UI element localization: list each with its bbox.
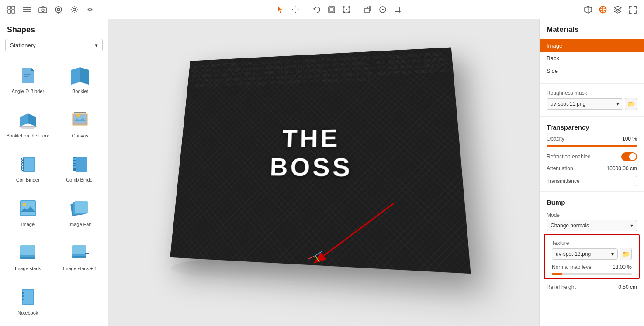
bump-texture-folder-btn[interactable]: 📁: [620, 248, 632, 260]
relief-height-row: Relief height 0.50 cm: [540, 282, 644, 292]
canvas-label: Canvas: [72, 133, 88, 139]
bump-title: Bump: [540, 194, 644, 209]
roughness-mask-value: uv-spot-11.png: [551, 101, 585, 107]
canvas-icon: [69, 108, 91, 131]
svg-rect-53: [76, 114, 80, 117]
normal-map-slider[interactable]: [552, 273, 632, 275]
svg-rect-2: [8, 10, 11, 13]
opacity-slider[interactable]: [547, 145, 637, 147]
shape-comb-binder[interactable]: Comb Binder: [54, 147, 107, 192]
svg-rect-42: [24, 74, 31, 75]
attenuation-row: Attenuation 10000.00 cm: [540, 163, 644, 174]
bump-mode-select[interactable]: Change normals ▾: [547, 220, 637, 231]
sun-icon[interactable]: [84, 3, 96, 16]
bump-highlight-box: Texture uv-spot-13.png ▾ 📁 Normal map le…: [544, 234, 640, 279]
shape-coil-binder[interactable]: Coil Binder: [2, 147, 54, 192]
normal-map-fill: [552, 273, 562, 275]
settings-icon[interactable]: [68, 3, 80, 16]
canvas-area[interactable]: GET WELL NEVER GET WELL NEVER GET WELL N…: [108, 19, 539, 326]
grid-icon[interactable]: [5, 3, 17, 16]
shape-image-fan[interactable]: Image Fan: [54, 192, 107, 236]
svg-rect-21: [329, 7, 335, 13]
opacity-row: Opacity 100 %: [540, 134, 644, 144]
tab-image[interactable]: Image: [540, 39, 644, 52]
panel-title: Shapes: [0, 19, 108, 39]
svg-point-35: [382, 9, 384, 10]
shapes-dropdown[interactable]: Stationery ▾: [5, 39, 103, 51]
relief-height-label: Relief height: [547, 284, 576, 290]
svg-rect-41: [24, 72, 31, 72]
coil-binder-label: Coil Binder: [16, 177, 40, 183]
svg-point-69: [23, 203, 26, 206]
target-icon[interactable]: [52, 3, 65, 16]
canvas-content: GET WELL NEVER GET WELL NEVER GET WELL N…: [158, 38, 490, 308]
normal-map-level-value: 13.00 %: [613, 264, 632, 270]
sphere-icon[interactable]: [597, 3, 609, 16]
crop-icon[interactable]: [391, 3, 404, 16]
shape-angle-d-binder[interactable]: Angle-D Binder: [2, 58, 54, 103]
image-stack-icon: [17, 241, 39, 264]
extrude-icon[interactable]: [362, 3, 374, 16]
booklet-label: Booklet: [72, 88, 88, 94]
image-stack-plus-1-label: Image stack + 1: [63, 265, 97, 271]
layers-icon[interactable]: [612, 3, 624, 16]
attenuation-value: 10000.00 cm: [607, 165, 637, 172]
center-toolbar: [100, 3, 578, 16]
cursor-icon[interactable]: [274, 3, 287, 16]
svg-rect-46: [19, 126, 37, 127]
shape-booklet-floor[interactable]: Booklet on the Floor: [2, 103, 54, 148]
camera-icon[interactable]: [37, 3, 49, 16]
shape-image-stack-plus-1[interactable]: Image stack + 1: [54, 236, 107, 280]
opacity-fill: [547, 145, 637, 147]
right-panel: Materials Image Back Side Roughness mask…: [539, 19, 644, 326]
frame-icon[interactable]: [325, 3, 338, 16]
divider-3: [540, 191, 644, 192]
refraction-label: Refraction enabled: [547, 154, 591, 160]
image-stack-label: Image stack: [15, 265, 41, 271]
bump-mode-section: Mode Change normals ▾: [540, 209, 644, 231]
shape-notebook[interactable]: Notebook: [2, 280, 54, 325]
svg-rect-68: [21, 201, 35, 215]
normal-map-level-row: Normal map level 13.00 %: [545, 262, 639, 272]
cube-icon[interactable]: [582, 3, 594, 16]
circle-dot-icon[interactable]: [377, 3, 389, 16]
dropdown-value: Stationery: [10, 42, 36, 48]
comb-binder-icon: [69, 152, 91, 175]
shape-image-stack[interactable]: Image stack: [2, 236, 54, 280]
normal-map-level-label: Normal map level: [552, 264, 592, 270]
roughness-mask-select[interactable]: uv-spot-11.png ▾: [547, 98, 623, 110]
transparency-title: Transparency: [540, 119, 644, 134]
angle-d-binder-label: Angle-D Binder: [11, 88, 44, 94]
undo-icon[interactable]: [311, 3, 323, 16]
shape-canvas[interactable]: Canvas: [54, 103, 107, 148]
nodes-icon[interactable]: [340, 3, 353, 16]
left-panel: Shapes Stationery ▾ Angle-D Binder Bookl…: [0, 19, 108, 326]
svg-rect-3: [12, 10, 15, 13]
svg-rect-0: [8, 6, 11, 9]
bump-texture-select[interactable]: uv-spot-13.png ▾: [552, 248, 618, 260]
tab-back[interactable]: Back: [540, 52, 644, 65]
tab-side[interactable]: Side: [540, 65, 644, 77]
svg-point-8: [42, 9, 44, 11]
shape-image[interactable]: Image: [2, 192, 54, 236]
bump-texture-value: uv-spot-13.png: [556, 251, 591, 257]
expand-icon[interactable]: [627, 3, 639, 16]
move-icon[interactable]: [289, 3, 301, 16]
opacity-value: 100 %: [622, 136, 637, 142]
material-tabs: Image Back Side: [540, 39, 644, 81]
menu-icon[interactable]: [21, 3, 33, 16]
shape-booklet[interactable]: Booklet: [54, 58, 107, 103]
transmittance-box[interactable]: [627, 176, 637, 186]
relief-height-value: 0.50 cm: [618, 284, 637, 290]
svg-rect-78: [72, 245, 86, 254]
opacity-label: Opacity: [547, 136, 564, 142]
refraction-toggle[interactable]: [621, 152, 637, 161]
roughness-mask-folder-btn[interactable]: 📁: [625, 98, 637, 110]
bump-mode-label: Mode: [547, 212, 637, 218]
booklet-floor-label: Booklet on the Floor: [7, 133, 49, 139]
svg-rect-55: [24, 158, 34, 171]
transmittance-label: Transmittance: [547, 178, 580, 184]
image-fan-icon: [69, 197, 91, 220]
svg-rect-72: [75, 201, 88, 213]
svg-rect-43: [24, 76, 29, 77]
